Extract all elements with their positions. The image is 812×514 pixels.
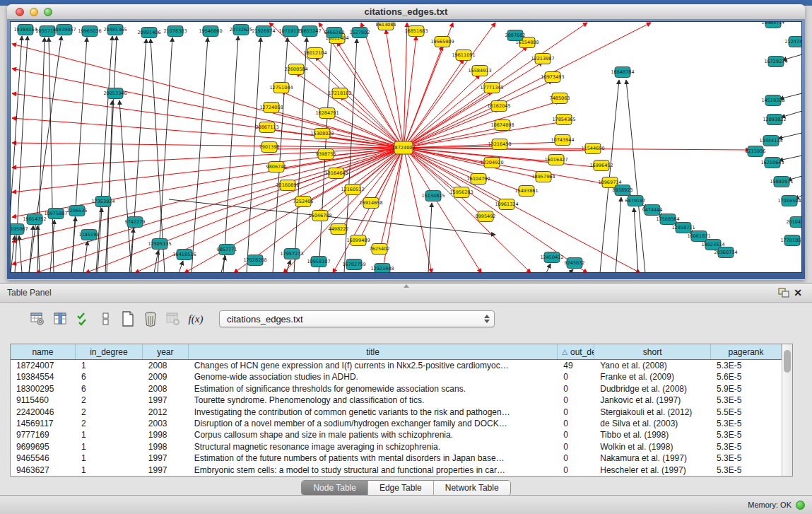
graph-edge[interactable] — [288, 148, 404, 187]
table-cell: Disruption of a novel member of a sodium… — [189, 418, 558, 429]
table-row[interactable]: 946554611997Estimation of the future num… — [11, 452, 782, 464]
function-builder-icon[interactable]: f(x) — [187, 310, 205, 328]
chevron-updown-icon — [484, 315, 490, 323]
table-cell: 6 — [76, 371, 143, 382]
graph-edge[interactable] — [404, 122, 564, 148]
graph-edge[interactable] — [37, 37, 45, 272]
graph-edge[interactable] — [119, 100, 131, 272]
graph-node-label: 12204920 — [480, 160, 503, 165]
column-header-name[interactable]: name — [11, 344, 76, 359]
table-cell: 2 — [76, 395, 143, 406]
graph-node-label: 8613084 — [376, 22, 396, 28]
column-header-short[interactable]: short — [594, 344, 711, 359]
table-row[interactable]: 946362711997Embryonic stem cells: a mode… — [11, 465, 782, 476]
graph-node-label: 15046788 — [308, 213, 331, 218]
graph-edge[interactable] — [570, 269, 573, 272]
table-cell: de Silva et al. (2003) — [594, 418, 711, 429]
graph-edge[interactable] — [404, 47, 527, 148]
close-panel-icon[interactable]: ✕ — [791, 286, 805, 299]
titlebar[interactable]: citations_edges.txt — [7, 4, 805, 20]
minimize-window-icon[interactable] — [30, 8, 38, 16]
tab-network-table[interactable]: Network Table — [434, 481, 510, 495]
graph-edge[interactable] — [600, 80, 619, 272]
graph-node-label: 10969714 — [598, 180, 621, 185]
table-row[interactable]: 1872400712008Changes of HCN gene express… — [11, 360, 782, 371]
zoom-window-icon[interactable] — [44, 8, 52, 16]
column-header-in_degree[interactable]: in_degree — [76, 344, 143, 359]
graph-edge[interactable] — [19, 235, 22, 272]
graph-node-label: 17218102 — [328, 90, 351, 96]
column-select-icon[interactable] — [51, 310, 69, 328]
graph-node-label: 18724007 — [392, 145, 415, 151]
table-cell: 0 — [558, 465, 594, 476]
graph-edge[interactable] — [223, 36, 238, 272]
graph-edge[interactable] — [158, 37, 172, 272]
table-cell: 0 — [558, 395, 594, 406]
graph-node-label: 20891406 — [137, 30, 160, 35]
graph-edge[interactable] — [273, 37, 288, 272]
graph-node-label: 15308022 — [310, 131, 334, 136]
graph-node-label: 9806740 — [266, 164, 287, 170]
close-window-icon[interactable] — [16, 8, 24, 16]
graph-edge[interactable] — [404, 23, 407, 148]
graph-edge[interactable] — [15, 36, 28, 272]
tab-node-table[interactable]: Node Table — [302, 481, 368, 495]
float-panel-icon[interactable] — [777, 286, 791, 299]
select-all-checks-icon[interactable] — [73, 310, 92, 328]
graph-edge[interactable] — [11, 235, 15, 272]
graph-edge[interactable] — [358, 148, 404, 243]
column-header-year[interactable]: year — [143, 344, 189, 359]
graph-edge[interactable] — [29, 36, 61, 272]
table-chooser-dropdown[interactable]: citations_edges.txt — [219, 310, 495, 327]
table-row[interactable]: 1938455462009Genome-wide association stu… — [11, 371, 782, 382]
graph-node-label: 15956283 — [449, 189, 473, 195]
graph-edge[interactable] — [361, 23, 404, 148]
graph-node-label: 17568564 — [656, 216, 679, 222]
graph-edge[interactable] — [626, 80, 645, 272]
graph-edge[interactable] — [71, 217, 76, 272]
network-canvas[interactable]: 1872400718812404160121042260058412751044… — [11, 22, 801, 272]
table-cell: Wolkin et al. (1998) — [594, 441, 711, 452]
table-cell: 2 — [76, 418, 143, 429]
delete-column-icon[interactable] — [141, 310, 160, 328]
table-cell: 5.3E-5 — [711, 395, 782, 406]
table-row[interactable]: 2242004622012Investigating the contribut… — [11, 407, 782, 418]
graph-edge[interactable] — [11, 36, 22, 272]
graph-node-label: 17771345 — [480, 85, 503, 90]
graph-node-label: 12923448 — [370, 266, 394, 271]
graph-edge[interactable] — [179, 261, 183, 272]
graph-node-label: 20867113 — [255, 124, 278, 130]
graph-edge[interactable] — [404, 148, 526, 193]
graph-edge[interactable] — [12, 69, 404, 148]
graph-edge[interactable] — [428, 203, 432, 272]
graph-edge[interactable] — [296, 73, 404, 148]
table-row[interactable]: 1830029562008Estimation of significance … — [11, 383, 782, 395]
graph-edge[interactable] — [634, 208, 638, 272]
graph-edge[interactable] — [546, 264, 551, 272]
graph-edge[interactable] — [386, 30, 404, 148]
new-column-icon[interactable] — [119, 310, 137, 328]
graph-edge[interactable] — [107, 100, 112, 272]
table-vertical-scrollbar[interactable] — [782, 344, 792, 476]
graph-node-label: 12450412 — [540, 255, 563, 260]
column-header-pagerank[interactable]: pagerank — [711, 344, 782, 359]
column-header-title[interactable]: title — [189, 344, 558, 359]
scrollbar-thumb[interactable] — [784, 350, 791, 373]
table-row[interactable]: 969969511998Structural magnetic resonanc… — [11, 441, 782, 452]
unselect-rows-icon[interactable] — [96, 310, 114, 328]
graph-edge[interactable] — [192, 37, 208, 272]
graph-edge[interactable] — [404, 148, 432, 272]
graph-edge[interactable] — [86, 148, 404, 272]
graph-edge[interactable] — [151, 39, 165, 272]
graph-edge[interactable] — [404, 148, 610, 185]
table-row[interactable]: 977716911998Corpus callosum shape and si… — [11, 429, 782, 440]
graph-edge[interactable] — [404, 148, 481, 272]
column-header-out_de[interactable]: △out_de… — [558, 344, 594, 359]
panel-resize-handle[interactable] — [401, 284, 411, 288]
delete-table-icon[interactable] — [164, 310, 182, 328]
table-row[interactable]: 911546021997Tourette syndrome. Phenomeno… — [11, 395, 782, 406]
table-row[interactable]: 1456911722003Disruption of a novel membe… — [11, 418, 782, 429]
table-mode-icon[interactable] — [28, 310, 47, 328]
tab-edge-table[interactable]: Edge Table — [368, 481, 434, 495]
graph-node-label: 20360734 — [714, 250, 737, 255]
